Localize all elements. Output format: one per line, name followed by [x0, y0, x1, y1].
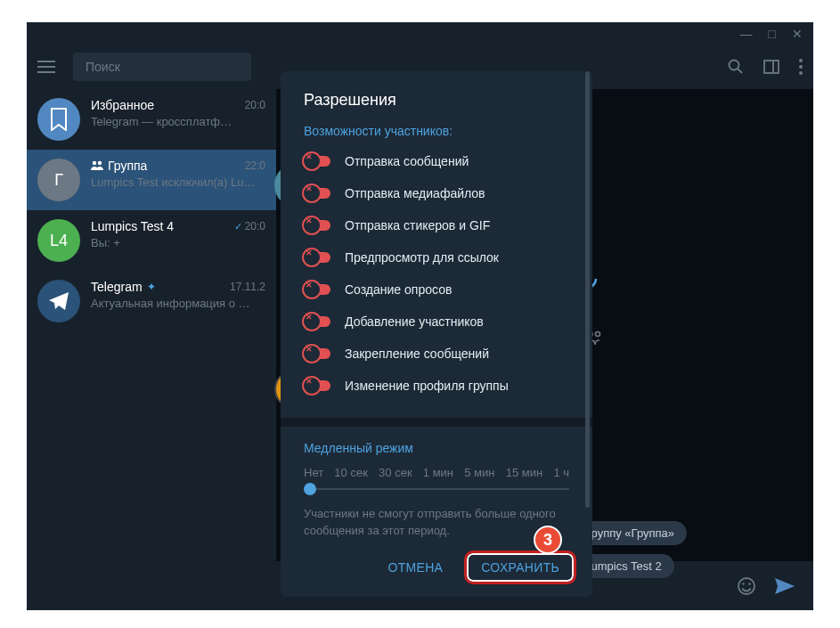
permission-label: Предпросмотр для ссылок — [345, 250, 499, 265]
more-icon[interactable] — [799, 59, 803, 75]
menu-icon[interactable] — [37, 61, 55, 73]
toggle-switch[interactable] — [304, 316, 330, 327]
chat-time: 22:0 — [245, 159, 265, 173]
cancel-button[interactable]: ОТМЕНА — [374, 551, 458, 584]
toggle-switch[interactable] — [304, 156, 330, 167]
toggle-switch[interactable] — [304, 220, 330, 231]
permission-row[interactable]: Отправка стикеров и GIF — [304, 209, 569, 241]
avatar: L4 — [37, 219, 80, 262]
check-icon: ✓ — [234, 221, 242, 232]
send-icon[interactable] — [774, 577, 795, 595]
permission-label: Создание опросов — [345, 282, 452, 297]
permission-label: Изменение профиля группы — [345, 379, 509, 393]
permissions-dialog: Разрешения Возможности участников: Отпра… — [281, 71, 592, 597]
slowmode-slider[interactable] — [304, 488, 569, 490]
titlebar: — □ ✕ — [27, 22, 813, 45]
chat-name: Lumpics Test 4 — [91, 219, 174, 233]
chat-preview: Lumpics Test исключил(а) Lu… — [91, 175, 265, 189]
permission-label: Отправка сообщений — [345, 154, 469, 168]
minimize-button[interactable]: — — [740, 27, 753, 41]
app-window: — □ ✕ Поиск ✕ Избранное20:0 Telegram — к… — [27, 22, 813, 610]
permission-row[interactable]: Изменение профиля группы — [304, 370, 569, 402]
toggle-switch[interactable] — [304, 284, 330, 295]
slider-label: Нет — [304, 466, 323, 479]
permission-row[interactable]: Отправка медиафайлов — [304, 177, 569, 209]
permission-row[interactable]: Создание опросов — [304, 273, 569, 306]
toggle-switch[interactable] — [304, 188, 330, 199]
chat-time: 20:0 — [245, 98, 265, 112]
slider-label: 10 сек — [334, 466, 368, 479]
chat-item-group[interactable]: Г Группа22:0 Lumpics Test исключил(а) Lu… — [27, 150, 276, 210]
chip[interactable]: руппу «Группа» — [579, 521, 687, 545]
slider-label: 5 мин — [464, 466, 494, 479]
svg-point-6 — [98, 161, 102, 165]
permission-row[interactable]: Отправка сообщений — [304, 145, 569, 177]
avatar-saved-icon — [37, 98, 80, 141]
svg-point-2 — [799, 59, 803, 62]
avatar-telegram-icon — [37, 280, 80, 322]
chip[interactable]: umpics Test 2 — [579, 554, 674, 578]
slider-labels: Нет10 сек30 сек1 мин5 мин15 мин1 ч — [304, 466, 569, 479]
toggle-switch[interactable] — [304, 252, 330, 263]
chat-time: ✓20:0 — [234, 219, 265, 233]
svg-point-9 — [748, 583, 750, 584]
slider-label: 1 мин — [423, 466, 453, 479]
chips-area: руппу «Группа» umpics Test 2 — [579, 521, 687, 578]
search-icon[interactable] — [728, 59, 744, 75]
permission-row[interactable]: Закрепление сообщений — [304, 338, 569, 370]
permission-label: Отправка медиафайлов — [345, 186, 485, 200]
chat-preview: Вы: + — [91, 236, 265, 249]
chat-name: Telegram ✦ — [91, 280, 156, 294]
svg-point-3 — [799, 65, 803, 69]
svg-point-5 — [93, 161, 96, 165]
slowmode-description: Участники не смогут отправить больше одн… — [304, 506, 569, 538]
slowmode-title: Медленный режим — [304, 441, 569, 466]
toggle-switch[interactable] — [304, 380, 330, 391]
slider-label: 15 мин — [506, 466, 542, 479]
verified-icon: ✦ — [147, 281, 156, 293]
chat-list: Избранное20:0 Telegram — кроссплатф… Г Г… — [27, 89, 276, 610]
chat-item-telegram[interactable]: Telegram ✦17.11.2 Актуальная информация … — [27, 271, 276, 331]
sidepanel-icon[interactable] — [763, 59, 779, 75]
step-badge: 3 — [534, 526, 562, 554]
svg-rect-1 — [764, 61, 779, 73]
svg-point-8 — [742, 583, 744, 584]
svg-point-4 — [799, 71, 803, 75]
permission-label: Отправка стикеров и GIF — [345, 218, 490, 232]
slider-label: 1 ч — [553, 466, 569, 479]
chat-preview: Telegram — кроссплатф… — [91, 115, 265, 128]
svg-point-0 — [730, 61, 739, 70]
dialog-title: Разрешения — [281, 71, 592, 117]
toggle-switch[interactable] — [304, 348, 330, 359]
section-subtitle: Возможности участников: — [281, 117, 592, 145]
group-icon — [91, 160, 103, 171]
save-button[interactable]: СОХРАНИТЬ — [464, 551, 576, 584]
chat-item-saved[interactable]: Избранное20:0 Telegram — кроссплатф… — [27, 89, 276, 150]
permission-row[interactable]: Добавление участников — [304, 306, 569, 338]
emoji-icon[interactable] — [737, 576, 756, 596]
slider-thumb[interactable] — [304, 483, 316, 495]
svg-point-13 — [596, 332, 600, 337]
permission-row[interactable]: Предпросмотр для ссылок — [304, 241, 569, 273]
permission-label: Закрепление сообщений — [345, 347, 489, 361]
slider-label: 30 сек — [379, 466, 412, 479]
chat-time: 17.11.2 — [230, 280, 265, 294]
permission-label: Добавление участников — [345, 314, 484, 329]
chat-name: Группа — [91, 159, 147, 173]
avatar: Г — [37, 159, 80, 201]
chat-item[interactable]: L4 Lumpics Test 4✓20:0 Вы: + — [27, 210, 276, 271]
maximize-button[interactable]: □ — [769, 27, 776, 41]
scrollbar[interactable] — [585, 71, 590, 508]
close-button[interactable]: ✕ — [792, 27, 803, 41]
chat-preview: Актуальная информация о … — [91, 297, 265, 310]
search-input[interactable]: Поиск — [73, 53, 251, 81]
chat-name: Избранное — [91, 98, 154, 112]
